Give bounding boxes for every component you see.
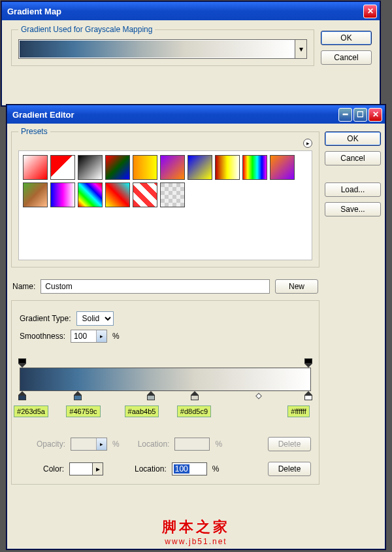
color-stop[interactable] [304, 391, 312, 400]
gradient-map-dialog: Gradient Map ✕ Gradient Used for Graysca… [1, 1, 380, 106]
ge-cancel-button[interactable]: Cancel [325, 151, 381, 165]
gradtype-select[interactable]: Solid [76, 311, 114, 326]
gm-group-legend: Gradient Used for Grayscale Mapping [18, 25, 155, 34]
color-hex-label: #263d5a [14, 405, 48, 417]
color-label: Color: [43, 464, 64, 474]
new-button[interactable]: New [275, 279, 318, 294]
ge-ok-button[interactable]: OK [325, 131, 381, 146]
preset-swatch[interactable] [50, 182, 75, 207]
gradient-bar[interactable]: #263d5a #46759c #aab4b5 #d8d5c9 #ffffff [20, 356, 311, 403]
gm-groupbox: Gradient Used for Grayscale Mapping ▾ [11, 29, 314, 66]
presets-group: Presets ▸ [11, 131, 319, 267]
gm-ok-button[interactable]: OK [321, 31, 372, 45]
preset-swatch[interactable] [23, 182, 48, 207]
preset-swatch[interactable] [105, 182, 130, 207]
gm-gradient-dropdown[interactable]: ▾ [295, 39, 307, 59]
color-location-input[interactable]: 100 [174, 464, 189, 474]
minimize-icon[interactable]: ━ [338, 108, 352, 122]
color-stop[interactable] [147, 391, 155, 400]
opacity-location-input [174, 438, 210, 451]
preset-swatch[interactable] [50, 155, 75, 180]
preset-swatch[interactable] [105, 155, 130, 180]
delete-opacity-button: Delete [268, 437, 311, 451]
color-stop[interactable] [191, 391, 199, 400]
pct-label: % [112, 332, 120, 341]
name-label: Name: [12, 282, 35, 291]
chevron-right-icon[interactable]: ▸ [96, 330, 106, 342]
smooth-label: Smoothness: [20, 332, 65, 341]
maximize-icon[interactable]: ☐ [353, 108, 367, 122]
close-icon[interactable]: ✕ [368, 108, 382, 122]
smoothness-stepper[interactable]: ▸ [71, 330, 107, 343]
color-well[interactable] [69, 462, 93, 475]
opacity-label: Opacity: [37, 440, 65, 449]
color-stop[interactable] [74, 391, 82, 400]
presets-list[interactable] [18, 150, 312, 260]
ge-title: Gradient Editor [10, 110, 338, 120]
preset-swatch[interactable] [160, 155, 185, 180]
delete-color-button[interactable]: Delete [268, 462, 311, 476]
gradient-map-title: Gradient Map [5, 7, 363, 16]
color-hex-label: #46759c [66, 405, 100, 417]
presets-menu-icon[interactable]: ▸ [303, 139, 312, 148]
close-icon[interactable]: ✕ [363, 5, 377, 18]
color-hex-label: #aab4b5 [125, 405, 159, 417]
preset-swatch[interactable] [133, 155, 157, 180]
save-button[interactable]: Save... [325, 202, 381, 216]
color-hex-label: #d8d5c9 [177, 405, 211, 417]
preset-swatch[interactable] [270, 155, 295, 180]
preset-swatch[interactable] [23, 155, 48, 180]
gm-cancel-button[interactable]: Cancel [321, 50, 372, 65]
location-label: Location: [138, 440, 170, 449]
preset-swatch[interactable] [160, 182, 185, 207]
preset-swatch[interactable] [78, 155, 103, 180]
load-button[interactable]: Load... [325, 182, 381, 197]
color-hex-label: #ffffff [287, 405, 309, 417]
chevron-right-icon: ▸ [96, 438, 106, 450]
location-label: Location: [135, 464, 167, 474]
gradient-editor-dialog: Gradient Editor ━ ☐ ✕ Presets ▸ [7, 105, 385, 549]
midpoint-handle[interactable] [255, 393, 262, 400]
gradient-map-titlebar[interactable]: Gradient Map ✕ [2, 2, 380, 20]
presets-legend: Presets [21, 127, 48, 136]
watermark: 脚本之家 www.jb51.net [162, 517, 230, 546]
preset-swatch[interactable] [133, 182, 157, 207]
gm-gradient-preview[interactable] [18, 39, 295, 59]
preset-swatch[interactable] [215, 155, 240, 180]
gradtype-label: Gradient Type: [20, 314, 71, 323]
ge-titlebar[interactable]: Gradient Editor ━ ☐ ✕ [7, 105, 385, 124]
preset-swatch[interactable] [188, 155, 212, 180]
opacity-stepper: ▸ [71, 438, 107, 451]
preset-swatch[interactable] [242, 155, 267, 180]
preset-swatch[interactable] [78, 182, 103, 207]
color-stop[interactable] [18, 391, 26, 400]
gradient-editor-group: Gradient Type: Solid Smoothness: ▸ % [11, 300, 319, 485]
opacity-stop[interactable] [18, 358, 26, 368]
opacity-stop[interactable] [304, 358, 312, 368]
name-input[interactable] [41, 279, 270, 294]
color-menu-icon[interactable]: ▸ [93, 462, 103, 475]
